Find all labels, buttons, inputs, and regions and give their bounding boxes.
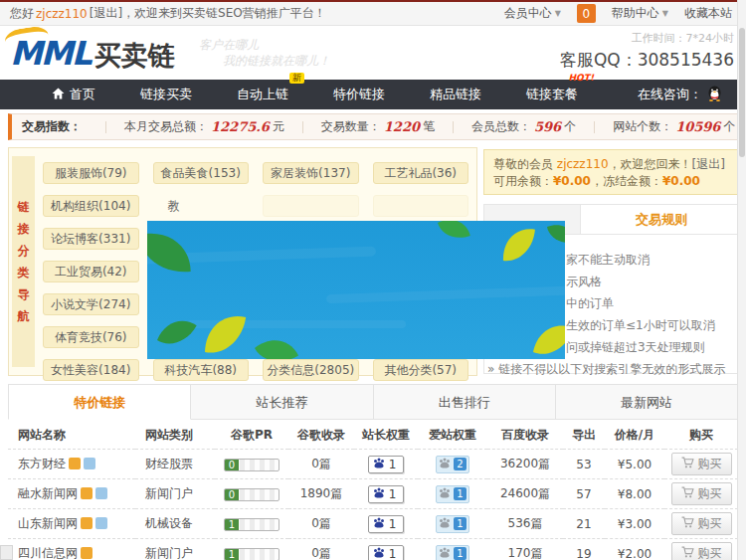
nav-item-2[interactable]: 自动上链新 <box>237 86 288 103</box>
buy-button-label: 购买 <box>698 545 722 560</box>
tab-2[interactable]: 出售排行 <box>374 384 556 420</box>
category-button-r1c2 <box>263 195 359 217</box>
category-button-r3c0[interactable]: 工业贸易(42) <box>43 261 139 282</box>
page: 您好 zjczz110 [退出] ，欢迎来到买卖链SEO营销推广平台！ 会员中心… <box>0 0 746 560</box>
balance-amount: ¥0.00 <box>553 174 591 188</box>
cell-baidu-index: 170篇 <box>487 539 563 560</box>
cart-count-badge[interactable]: 0 <box>577 4 596 23</box>
cell-category: 机械设备 <box>135 509 215 539</box>
site-logo[interactable]: MML 买卖链 <box>10 34 175 74</box>
table-header-row: 网站名称网站类别谷歌PR谷歌收录站长权重爱站权重百度收录导出价格/月购买 <box>8 421 738 450</box>
greeting-prefix: 您好 <box>10 5 34 22</box>
site-name-link[interactable]: 四川信息网 <box>18 546 78 560</box>
cell-buy: 购买 <box>664 539 738 560</box>
table-body: 东方财经财经股票00篇1236200篇53¥5.00购买融水新闻网新闻门户018… <box>8 450 738 560</box>
favorite-site-link[interactable]: 收藏本站 <box>684 5 732 22</box>
tab-3[interactable]: 最新网站 <box>556 384 738 420</box>
topbar-right: 会员中心 ▼ 0 帮助中心 ▼ 收藏本站 <box>504 4 732 23</box>
topbar-logout-link[interactable]: [退出] <box>90 5 122 22</box>
category-nav-char: 分 <box>18 243 30 260</box>
cell-aizhan-weight: 1 <box>418 509 487 539</box>
category-button-r5c0[interactable]: 体育竞技(76) <box>43 326 139 348</box>
category-button-r6c0[interactable]: 女性美容(184) <box>43 359 139 381</box>
category-button-r0c2[interactable]: 家居装饰(137) <box>263 162 359 184</box>
qq-penguin-icon <box>707 85 722 104</box>
category-button-r4c0[interactable]: 小说文学(274) <box>43 293 139 315</box>
scrollbar[interactable] <box>737 0 746 560</box>
cart-icon <box>681 546 694 560</box>
tab-1[interactable]: 站长推荐 <box>191 384 373 420</box>
listing-tabs: 特价链接站长推荐出售排行最新网站 <box>8 384 738 421</box>
rules-title[interactable]: 交易规则 <box>636 211 687 229</box>
category-button-r6c1[interactable]: 科技汽车(88) <box>153 359 250 381</box>
online-consult[interactable]: 在线咨询： <box>638 85 722 104</box>
topbar: 您好 zjczz110 [退出] ，欢迎来到买卖链SEO营销推广平台！ 会员中心… <box>0 0 746 26</box>
aizhan-weight-badge: 1 <box>436 515 469 533</box>
header: MML 买卖链 客户在哪儿 我的链接就在哪儿！ 工作时间：7*24小时 客服QQ… <box>0 26 746 80</box>
member-center-label: 会员中心 <box>504 5 552 22</box>
cell-google-index: 0篇 <box>288 450 354 479</box>
buy-button[interactable]: 购买 <box>671 512 732 535</box>
category-nav-title: 链接分类导航 <box>12 156 35 367</box>
category-button-r0c0[interactable]: 服装服饰(79) <box>43 162 139 184</box>
nav-item-1[interactable]: 链接买卖 <box>140 86 192 103</box>
nav-item-3[interactable]: 特价链接 <box>333 86 385 103</box>
stat-divider <box>453 121 454 133</box>
category-button-r1c0[interactable]: 机构组织(104) <box>43 195 139 217</box>
cell-site-name: 融水新闻网 <box>8 479 135 509</box>
nav-item-4[interactable]: 精品链接 <box>430 86 481 103</box>
chinaz-weight-value: 1 <box>389 517 397 531</box>
category-button-r2c0[interactable]: 论坛博客(331) <box>43 228 139 250</box>
buy-button-label: 购买 <box>698 456 722 472</box>
category-button-r0c3[interactable]: 工艺礼品(36) <box>373 162 469 184</box>
slogan: 客户在哪儿 我的链接就在哪儿！ <box>199 37 330 69</box>
pr-bar: 1 <box>224 518 280 531</box>
nav-item-0[interactable]: 首页 <box>52 86 95 103</box>
cell-aizhan-weight: 1 <box>418 539 487 560</box>
welcome-username[interactable]: zjczz110 <box>557 157 609 171</box>
scrollbar-thumb[interactable] <box>739 28 745 157</box>
site-name-link[interactable]: 东方财经 <box>18 457 66 470</box>
chinaz-weight-value: 1 <box>389 487 397 501</box>
aizhan-weight-value: 1 <box>454 547 466 560</box>
help-center-menu[interactable]: 帮助中心 ▼ <box>612 5 668 22</box>
buy-button[interactable]: 购买 <box>671 482 732 505</box>
header-right: 工作时间：7*24小时 客服QQ：308515436 <box>560 31 734 72</box>
cell-google-pr: 1 <box>215 539 288 560</box>
buy-button[interactable]: 购买 <box>671 542 732 560</box>
cell-price: ¥3.00 <box>605 509 664 539</box>
category-button-r0c1[interactable]: 食品美食(153) <box>153 162 250 184</box>
seller-orange-tag-icon <box>81 487 93 499</box>
member-center-menu[interactable]: 会员中心 ▼ <box>504 5 561 22</box>
column-header-9: 购买 <box>664 421 738 450</box>
chevron-down-icon: ▼ <box>662 9 668 18</box>
category-button-r6c2[interactable]: 分类信息(2805) <box>263 359 359 381</box>
paw-icon <box>439 458 451 471</box>
tab-0[interactable]: 特价链接 <box>8 384 191 420</box>
seller-orange-tag-icon <box>81 517 93 529</box>
main-nav: 首页链接买卖自动上链新特价链接精品链接链接套餐HOT! 在线咨询： <box>0 80 746 109</box>
chinaz-weight-badge: 1 <box>368 545 405 560</box>
column-header-8: 价格/月 <box>605 421 664 450</box>
buy-button[interactable]: 购买 <box>671 453 732 475</box>
cell-chinaz-weight: 1 <box>354 450 418 479</box>
aizhan-weight-badge: 1 <box>436 485 469 503</box>
pr-value: 0 <box>225 489 239 500</box>
trade-stats-bar: 交易指数： 本月交易总额：12275.6元交易数量：1220笔会员总数：596个… <box>8 113 738 140</box>
frozen-amount: ¥0.00 <box>662 174 700 188</box>
logo-site-name: 买卖链 <box>94 38 175 74</box>
cell-google-index: 1890篇 <box>288 479 354 509</box>
site-name-link[interactable]: 山东新闻网 <box>18 516 78 530</box>
nav-item-5[interactable]: 链接套餐HOT! <box>526 86 578 103</box>
topbar-username[interactable]: zjczz110 <box>36 7 88 21</box>
flash-ad-banner[interactable] <box>147 221 565 359</box>
category-button-r1c1[interactable]: 教 <box>153 195 250 217</box>
stat-divider <box>594 121 595 133</box>
cell-google-pr: 0 <box>215 479 288 509</box>
stat-unit: 元 <box>273 118 284 135</box>
nav-badge-new: 新 <box>289 73 304 84</box>
category-button-r6c3[interactable]: 其他分类(57) <box>373 359 469 381</box>
welcome-logout-link[interactable]: [退出] <box>692 157 725 171</box>
site-name-link[interactable]: 融水新闻网 <box>18 486 78 500</box>
rule-item-5[interactable]: » 链接不得以以下对搜索引擎无效的形式展示 <box>484 358 737 380</box>
